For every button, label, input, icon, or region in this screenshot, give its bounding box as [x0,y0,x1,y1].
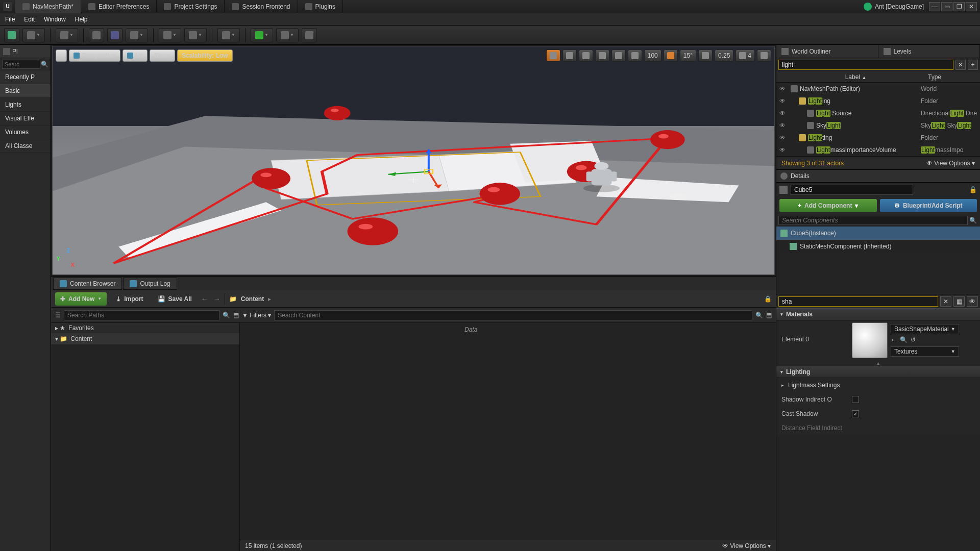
breadcrumb-arrow-icon[interactable]: ▸ [268,295,271,303]
cast-shadow-checkbox[interactable] [852,410,859,417]
outliner-row[interactable]: 👁NavMeshPath (Editor)World [776,83,980,95]
visibility-icon[interactable]: 👁 [779,134,787,141]
lit-button[interactable]: Lit [122,49,148,62]
title-tab-sessionfrontend[interactable]: Session Frontend [225,0,298,13]
expand-icon[interactable]: ▴ [776,360,980,366]
visibility-icon[interactable]: 👁 [779,97,787,105]
transform-translate-button[interactable] [546,49,560,62]
visibility-icon[interactable]: 👁 [779,110,787,117]
property-matrix-button[interactable]: ▦ [953,296,965,307]
material-thumbnail[interactable] [852,322,888,358]
content-button[interactable] [89,28,104,42]
title-tab-plugins[interactable]: Plugins [298,0,343,13]
transform-scale-button[interactable] [579,49,593,62]
perspective-button[interactable]: Perspective [69,49,120,62]
search-components-input[interactable] [778,216,968,225]
clear-filter-button[interactable]: ✕ [940,296,951,307]
show-button[interactable]: Show [150,49,175,62]
window-maximize-button[interactable]: ▭ [941,2,952,11]
property-view-options[interactable]: 👁 [967,296,978,307]
modes-button[interactable]: ▼ [56,28,78,42]
tab-world-outliner[interactable]: World Outliner [776,45,878,58]
content-items-area[interactable]: Data [240,323,776,540]
blueprints-button[interactable]: ▼ [159,28,181,42]
coord-space-button[interactable] [595,49,609,62]
cat-lights[interactable]: Lights [0,98,51,112]
eject-button[interactable] [302,28,317,42]
cat-visual-effects[interactable]: Visual Effe [0,112,51,126]
breadcrumb-path[interactable]: Content [241,295,264,303]
blueprint-add-script-button[interactable]: ⚙ Blueprint/Add Script [880,199,977,212]
cat-recently-placed[interactable]: Recently P [0,70,51,84]
component-tree[interactable]: Cube5(Instance) StaticMeshComponent (Inh… [776,227,980,253]
view-list-icon[interactable]: ▤ [766,312,772,319]
component-root[interactable]: Cube5(Instance) [776,227,980,240]
scale-snap-value[interactable]: 0.25 [715,49,733,62]
browse-icon[interactable]: 🔍 [900,336,908,343]
add-new-button[interactable]: ✚Add New▼ [55,292,107,306]
clear-search-button[interactable]: ✕ [955,60,966,70]
cat-volumes[interactable]: Volumes [0,126,51,139]
outliner-row[interactable]: 👁LightingFolder [776,95,980,107]
outliner-search-input[interactable] [778,60,953,70]
viewport-options-button[interactable]: ▼ [56,49,67,62]
nav-back-button[interactable]: ← [201,295,208,303]
save-button[interactable] [4,28,19,42]
window-restore-button[interactable]: ❐ [953,2,965,11]
outliner-row[interactable]: 👁SkyLightSkyLight SkyLight [776,119,980,132]
lock-icon[interactable]: 🔒 [764,295,772,303]
window-close-button[interactable]: ✕ [966,2,977,11]
use-selected-icon[interactable]: ← [891,336,897,343]
marketplace-button[interactable] [107,28,122,42]
tab-details[interactable]: Details [776,169,980,183]
cat-all-classes[interactable]: All Classe [0,139,51,153]
outliner-add-button[interactable]: + [968,60,978,70]
outliner-row[interactable]: 👁LightmassImportanceVolumeLightmassImpo [776,144,980,156]
cinematics-button[interactable]: ▼ [184,28,207,42]
menu-help[interactable]: Help [75,16,88,23]
import-button[interactable]: ⤓Import [111,292,148,306]
collapse-tree-icon[interactable]: ▤ [233,312,239,319]
grid-snap-value[interactable]: 100 [644,49,662,62]
angle-snap-value[interactable]: 15° [680,49,696,62]
component-static-mesh[interactable]: StaticMeshComponent (Inherited) [776,240,980,253]
section-lighting[interactable]: ▾Lighting [776,366,980,378]
play-button[interactable]: ▼ [251,28,273,42]
outliner-row[interactable]: 👁Light SourceDirectionalLight Directiona… [776,107,980,119]
camera-speed-button[interactable]: 4 [736,49,755,62]
transform-rotate-button[interactable] [562,49,577,62]
textures-dropdown[interactable]: Textures▼ [891,346,959,357]
menu-window[interactable]: Window [44,16,66,23]
visibility-icon[interactable]: 👁 [779,85,787,92]
settings-button[interactable]: ▼ [126,28,148,42]
save-all-button[interactable]: 💾Save All [153,292,197,306]
launch-button[interactable]: ▼ [276,28,299,42]
outliner-list[interactable]: 👁NavMeshPath (Editor)World👁LightingFolde… [776,83,980,156]
tab-output-log[interactable]: Output Log [123,278,177,290]
shadow-indirect-checkbox[interactable] [852,396,859,403]
angle-snap-toggle[interactable] [664,49,678,62]
visibility-icon[interactable]: 👁 [779,122,787,129]
tab-levels[interactable]: Levels [878,45,981,58]
add-component-button[interactable]: + Add Component ▾ [779,199,877,212]
viewport-maximize-button[interactable] [757,49,771,62]
favorites-header[interactable]: ▸ ★ Favorites [51,323,239,333]
col-type[interactable]: Type [924,73,980,81]
view-options-button[interactable]: 👁 View Options ▾ [722,542,771,549]
title-tab-level[interactable]: NavMeshPath* [15,0,81,13]
sources-toggle-icon[interactable]: ☰ [55,312,61,319]
scale-snap-toggle[interactable] [698,49,713,62]
col-label[interactable]: Label ▲ [788,73,924,81]
build-button[interactable]: ▼ [217,28,240,42]
visibility-icon[interactable]: 👁 [779,146,787,154]
window-minimize-button[interactable]: — [929,2,940,11]
search-content-input[interactable] [274,310,752,320]
cat-basic[interactable]: Basic [0,84,51,98]
viewport[interactable]: Z Y X ▼ Perspective Lit Show Scalability… [52,46,775,275]
filters-button[interactable]: ▼ Filters ▾ [242,312,271,319]
search-paths-input[interactable] [64,310,219,320]
section-materials[interactable]: ▾Materials [776,308,980,320]
place-actors-search[interactable] [2,60,40,69]
details-filter-input[interactable] [778,296,938,307]
lightmass-settings-label[interactable]: Lightmass Settings [788,382,840,389]
